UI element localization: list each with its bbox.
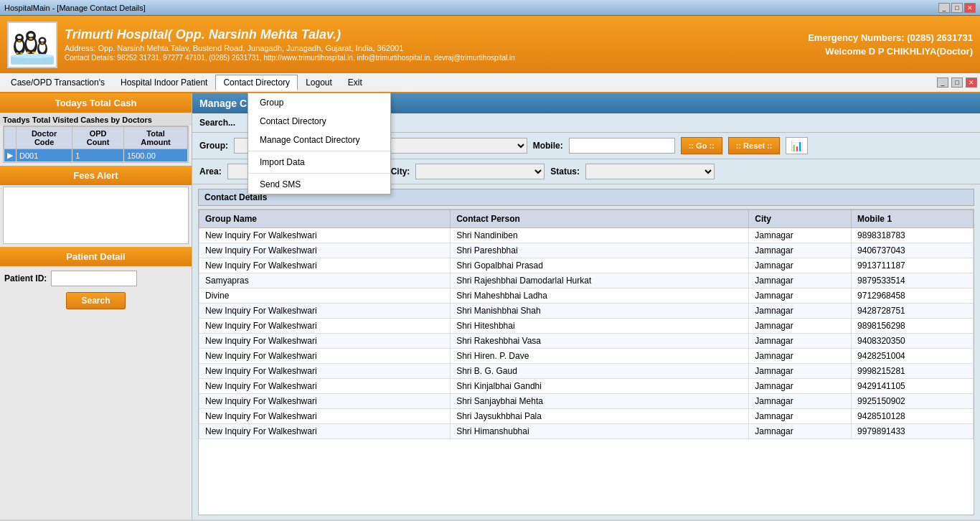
title-bar: HospitalMain - [Manage Contact Details] … — [0, 0, 980, 16]
contact-person: Shri Rajeshbhai Damodarlal Hurkat — [451, 273, 749, 288]
mobile1: 9979891433 — [852, 424, 974, 439]
win-minimize[interactable]: _ — [937, 78, 948, 88]
go-button[interactable]: :: Go :: — [681, 137, 722, 154]
menu-case-opd[interactable]: Case/OPD Transaction's — [3, 75, 113, 90]
city: Jamnagar — [749, 349, 852, 364]
table-row[interactable]: Divine Shri Maheshbhai Ladha Jamnagar 97… — [199, 288, 974, 304]
contact-person: Shri Pareshbhai — [451, 243, 749, 258]
city: Jamnagar — [749, 394, 852, 409]
city: Jamnagar — [749, 243, 852, 258]
table-row[interactable]: New Inquiry For Walkeshwari Shri Hiteshb… — [199, 319, 974, 334]
dropdown-group[interactable]: Group — [248, 93, 390, 112]
contact-person: Shri Nandiniben — [451, 228, 749, 243]
city: Jamnagar — [749, 424, 852, 439]
opd-count: 1 — [72, 149, 124, 162]
group-name: New Inquiry For Walkeshwari — [199, 394, 451, 409]
menu-bar: Case/OPD Transaction's Hospital Indoor P… — [0, 73, 980, 93]
emergency-numbers: Emergency Numbers: (0285) 2631731 — [808, 32, 973, 43]
hospital-name: Trimurti Hospital( Opp. Narsinh Mehta Ta… — [65, 27, 515, 42]
contact-person-select[interactable] — [384, 138, 527, 154]
city: Jamnagar — [749, 379, 852, 394]
contact-person: Shri Manishbhai Shah — [451, 304, 749, 319]
mobile1: 9428510128 — [852, 409, 974, 424]
dropdown-manage-contact[interactable]: Manage Contact Directory — [248, 131, 390, 149]
table-row[interactable]: New Inquiry For Walkeshwari Shri Jaysukh… — [199, 409, 974, 424]
patient-section: Patient Detail Patient ID: Search — [0, 247, 192, 309]
excel-button[interactable]: 📊 — [786, 137, 808, 154]
hospital-logo — [7, 22, 57, 68]
menu-hospital-indoor[interactable]: Hospital Indoor Patient — [113, 75, 215, 90]
table-row[interactable]: New Inquiry For Walkeshwari Shri Himansh… — [199, 424, 974, 439]
menu-contact-directory[interactable]: Contact Directory — [215, 75, 298, 90]
mobile1: 9898156298 — [852, 319, 974, 334]
table-row[interactable]: New Inquiry For Walkeshwari Shri Gopalbh… — [199, 258, 974, 273]
table-row[interactable]: Samyapras Shri Rajeshbhai Damodarlal Hur… — [199, 273, 974, 288]
th-city: City — [749, 210, 852, 228]
patient-id-label: Patient ID: — [4, 273, 47, 283]
mobile1: 9879533514 — [852, 273, 974, 288]
menu-logout[interactable]: Logout — [298, 75, 340, 90]
group-name: New Inquiry For Walkeshwari — [199, 243, 451, 258]
group-name: Divine — [199, 288, 451, 304]
mobile-label: Mobile: — [533, 141, 563, 151]
table-row[interactable]: New Inquiry For Walkeshwari Shri Hiren. … — [199, 349, 974, 364]
status-label: Status: — [550, 166, 580, 177]
city: Jamnagar — [749, 409, 852, 424]
dropdown-import-data[interactable]: Import Data — [248, 153, 390, 172]
contact-person: Shri Himanshubhai — [451, 424, 749, 439]
table-row[interactable]: New Inquiry For Walkeshwari Shri Kinjalb… — [199, 379, 974, 394]
search-button[interactable]: Search — [66, 292, 125, 309]
svg-point-22 — [11, 54, 54, 58]
svg-point-13 — [32, 51, 36, 52]
city: Jamnagar — [749, 304, 852, 319]
contact-person: Shri Maheshbhai Ladha — [451, 288, 749, 304]
minimize-button[interactable]: _ — [938, 3, 950, 13]
mobile1: 9408320350 — [852, 334, 974, 349]
city: Jamnagar — [749, 258, 852, 273]
table-row[interactable]: New Inquiry For Walkeshwari Shri Sanjayb… — [199, 394, 974, 409]
dropdown-separator — [248, 151, 390, 151]
svg-point-17 — [40, 39, 44, 42]
doctor-code: D001 — [17, 149, 72, 162]
mobile1: 9925150902 — [852, 394, 974, 409]
contact-details-table: Group Name Contact Person City Mobile 1 … — [199, 210, 974, 439]
main-content: Todays Total Cash Toadys Total Visited C… — [0, 93, 980, 520]
mobile-input[interactable] — [569, 138, 675, 154]
table-row[interactable]: New Inquiry For Walkeshwari Shri Manishb… — [199, 304, 974, 319]
svg-point-10 — [29, 33, 34, 37]
table-row[interactable]: New Inquiry For Walkeshwari Shri Rakeshb… — [199, 334, 974, 349]
group-name: New Inquiry For Walkeshwari — [199, 364, 451, 379]
cash-table-container: DoctorCode OPDCount TotalAmount ▶ D001 1… — [3, 126, 189, 163]
th-mobile1: Mobile 1 — [852, 210, 974, 228]
visited-cashes-title: Toadys Total Visited Cashes by Doctors — [0, 114, 192, 126]
patient-id-input[interactable] — [51, 271, 137, 286]
welcome-message: Welcome D P CHIKHLIYA(Doctor) — [808, 46, 973, 57]
contact-details-section: Contact Details Group Name Contact Perso… — [192, 184, 980, 520]
mobile1: 9428728751 — [852, 304, 974, 319]
table-row[interactable]: New Inquiry For Walkeshwari Shri B. G. G… — [199, 364, 974, 379]
table-row[interactable]: New Inquiry For Walkeshwari Shri Pareshb… — [199, 243, 974, 258]
win-close[interactable]: ✕ — [966, 78, 977, 88]
col-doctor-code: DoctorCode — [17, 127, 72, 149]
table-row[interactable]: ▶ D001 1 1500.00 — [4, 149, 188, 162]
data-table-container[interactable]: Group Name Contact Person City Mobile 1 … — [198, 209, 974, 515]
close-button[interactable]: ✕ — [964, 3, 976, 13]
dropdown-separator-2 — [248, 173, 390, 174]
dropdown-contact-directory[interactable]: Contact Directory — [248, 112, 390, 131]
reset-button[interactable]: :: Reset :: — [728, 137, 781, 154]
city: Jamnagar — [749, 288, 852, 304]
win-restore[interactable]: □ — [951, 78, 963, 88]
table-row[interactable]: New Inquiry For Walkeshwari Shri Nandini… — [199, 228, 974, 243]
todays-cash-header: Todays Total Cash — [0, 93, 192, 113]
maximize-button[interactable]: □ — [951, 3, 963, 13]
content-title: Manage C — [199, 98, 247, 109]
mobile1: 9429141105 — [852, 379, 974, 394]
group-name: New Inquiry For Walkeshwari — [199, 319, 451, 334]
search-label: Search... — [199, 118, 235, 128]
col-total-amount: TotalAmount — [124, 127, 188, 149]
menu-exit[interactable]: Exit — [340, 75, 370, 90]
mobile1: 9428251004 — [852, 349, 974, 364]
city-select[interactable] — [415, 164, 545, 179]
status-select[interactable] — [585, 164, 715, 179]
dropdown-send-sms[interactable]: Send SMS — [248, 175, 390, 194]
